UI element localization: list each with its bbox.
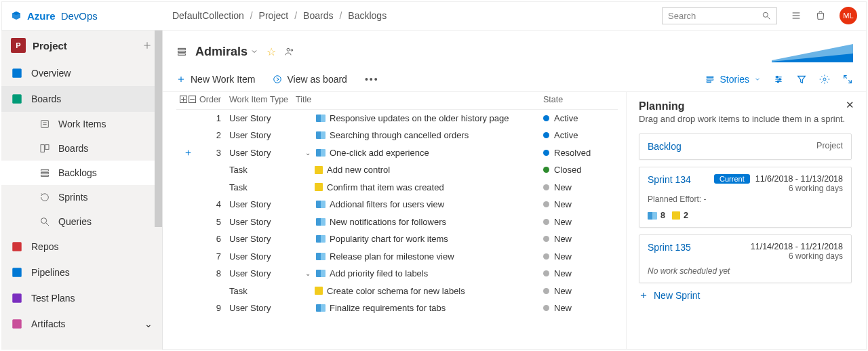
backlog-row[interactable]: 3 User Story ⌄One-click add experience R… xyxy=(176,144,618,162)
breadcrumb-item[interactable]: Boards xyxy=(303,10,333,21)
chevron-down-icon[interactable]: ⌄ xyxy=(144,318,153,329)
team-titlebar: Admirals ☆ xyxy=(163,30,867,70)
project-header[interactable]: P Project xyxy=(1,30,162,60)
boards-icon xyxy=(11,93,23,105)
row-title[interactable]: Create color schema for new labels xyxy=(296,286,543,296)
svg-line-18 xyxy=(46,223,49,226)
backlog-row[interactable]: 6 User Story Popularity chart for work i… xyxy=(176,230,618,248)
sidebar-item-sprints[interactable]: Sprints xyxy=(1,185,162,209)
avatar[interactable]: ML xyxy=(840,7,857,24)
view-as-board-button[interactable]: View as board xyxy=(273,74,347,85)
backlog-row[interactable]: 7 User Story Release plan for milestone … xyxy=(176,248,618,266)
team-members-icon[interactable] xyxy=(284,46,295,57)
sprint-card[interactable]: Sprint 134 Current11/6/2018 - 11/13/2018… xyxy=(639,167,852,228)
backlog-row[interactable]: 8 User Story ⌄Add priority filed to labe… xyxy=(176,265,618,283)
row-title[interactable]: Finalize requirements for tabs xyxy=(296,303,543,313)
backlog-row[interactable]: Task Add new control Closed xyxy=(176,161,618,179)
search-placeholder: Search xyxy=(668,11,696,21)
col-type[interactable]: Work Item Type xyxy=(229,95,296,104)
add-child-icon[interactable] xyxy=(184,148,193,157)
favorite-star-icon[interactable]: ☆ xyxy=(267,45,276,58)
backlog-row[interactable]: 4 User Story Addional filters for users … xyxy=(176,196,618,213)
svg-point-0 xyxy=(763,12,768,17)
sidebar-item-queries[interactable]: Queries xyxy=(1,209,162,234)
breadcrumb-item[interactable]: Backlogs xyxy=(348,10,387,21)
row-type: Task xyxy=(229,182,296,192)
row-title[interactable]: ⌄One-click add experience xyxy=(296,148,543,158)
backlog-row[interactable]: 9 User Story Finalize requirements for t… xyxy=(176,300,618,317)
sprint-card[interactable]: Sprint 135 11/14/2018 - 11/21/2018 6 wor… xyxy=(639,234,852,283)
row-title[interactable]: ⌄Add priority filed to labels xyxy=(296,268,543,278)
row-title[interactable]: Responsive updates on the older history … xyxy=(296,113,543,123)
fullscreen-icon[interactable] xyxy=(842,74,853,85)
settings-gear-icon[interactable] xyxy=(819,74,830,85)
sidebar-item-artifacts[interactable]: Artifacts⌄ xyxy=(1,311,162,337)
sidebar-item-overview[interactable]: Overview xyxy=(1,60,162,86)
svg-rect-15 xyxy=(41,172,49,173)
sidebar-item-testplans[interactable]: Test Plans xyxy=(1,285,162,311)
grid-header: Order Work Item Type Title State xyxy=(176,92,618,110)
expand-all-icon[interactable] xyxy=(180,96,187,103)
more-actions[interactable]: ••• xyxy=(365,74,379,85)
search-input[interactable]: Search xyxy=(662,7,777,24)
new-sprint-button[interactable]: New Sprint xyxy=(639,290,852,301)
row-title[interactable]: Confirm that item was created xyxy=(296,182,543,192)
backlog-row[interactable]: Task Create color schema for new labels … xyxy=(176,283,618,300)
row-title[interactable]: Addional filters for users view xyxy=(296,199,543,209)
backlog-row[interactable]: 5 User Story New notifications for follo… xyxy=(176,213,618,231)
row-order: 4 xyxy=(199,199,229,209)
bag-icon[interactable] xyxy=(815,10,826,21)
row-state: New xyxy=(543,251,618,262)
row-title[interactable]: Popularity chart for work items xyxy=(296,234,543,244)
sidebar-item-backlogs[interactable]: Backlogs xyxy=(1,161,162,185)
burndown-sparkline[interactable] xyxy=(772,40,853,63)
filter-icon[interactable] xyxy=(796,74,807,85)
sidebar-item-pipelines[interactable]: Pipelines xyxy=(1,260,162,285)
row-title[interactable]: New notifications for followers xyxy=(296,217,543,227)
row-state: Closed xyxy=(543,165,618,175)
new-work-item-button[interactable]: New Work Item xyxy=(176,74,255,85)
row-order: 9 xyxy=(199,303,229,313)
row-order: 5 xyxy=(199,217,229,227)
team-picker[interactable]: Admirals xyxy=(195,45,258,59)
sidebar-nav: OverviewBoardsWork ItemsBoardsBacklogsSp… xyxy=(1,60,162,351)
backlog-row[interactable]: 1 User Story Responsive updates on the o… xyxy=(176,110,618,127)
backlog-row[interactable]: 2 User Story Searching through cancelled… xyxy=(176,127,618,144)
backlog-row[interactable]: Task Confirm that item was created New xyxy=(176,179,618,197)
user-story-icon xyxy=(316,149,326,157)
breadcrumb-item[interactable]: DefaultCollection xyxy=(172,10,244,21)
row-title[interactable]: Release plan for milestone view xyxy=(296,251,543,262)
sidebar-item-repos[interactable]: Repos xyxy=(1,234,162,260)
backlog-card[interactable]: Backlog Project xyxy=(639,133,852,160)
backlog-level-picker[interactable]: Stories xyxy=(705,74,761,85)
plus-icon[interactable] xyxy=(142,40,153,51)
svg-rect-7 xyxy=(12,68,22,78)
row-state: New xyxy=(543,182,618,192)
breadcrumb-item[interactable]: Project xyxy=(259,10,289,21)
sidebar-item-workitems[interactable]: Work Items xyxy=(1,112,162,136)
close-icon[interactable]: ✕ xyxy=(846,99,854,111)
col-state[interactable]: State xyxy=(543,95,618,104)
svg-rect-19 xyxy=(12,242,22,251)
row-type: User Story xyxy=(229,148,296,158)
scrollbar[interactable] xyxy=(155,30,162,227)
svg-rect-12 xyxy=(41,145,44,152)
user-story-icon xyxy=(316,115,326,122)
task-icon xyxy=(315,287,323,295)
sidebar-item-boards[interactable]: Boards xyxy=(1,86,162,112)
row-state: Active xyxy=(543,130,618,140)
row-title[interactable]: Searching through cancelled orders xyxy=(296,130,543,140)
list-icon[interactable] xyxy=(791,10,802,21)
col-order[interactable]: Order xyxy=(199,95,229,104)
row-title[interactable]: Add new control xyxy=(296,165,543,175)
row-state: New xyxy=(543,234,618,244)
collapse-all-icon[interactable] xyxy=(189,96,196,103)
column-options-icon[interactable] xyxy=(773,74,784,85)
expand-toggle[interactable]: ⌄ xyxy=(305,270,312,277)
user-story-icon xyxy=(316,235,326,243)
expand-toggle[interactable]: ⌄ xyxy=(305,149,312,157)
brand-logo[interactable]: Azure DevOps xyxy=(11,10,98,22)
col-title[interactable]: Title xyxy=(296,95,543,104)
sidebar-item-boards2[interactable]: Boards xyxy=(1,136,162,161)
plus-icon xyxy=(176,75,186,84)
